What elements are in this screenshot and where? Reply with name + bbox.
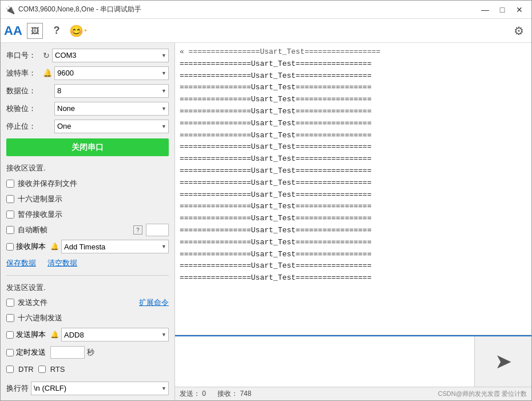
recv-script-arrow-icon[interactable]: 🔔 (50, 243, 59, 251)
parity-row: 校验位： None (6, 101, 169, 116)
data-bits-label: 数据位： (6, 86, 41, 96)
receive-line: ================Usart_Test==============… (180, 249, 527, 261)
font-icon[interactable]: AA (5, 23, 21, 39)
recv-save-file-row: 接收并保存到文件 (6, 177, 169, 190)
data-links-row: 保存数据 清空数据 (6, 258, 169, 268)
data-bits-row: 数据位： 8 (6, 83, 169, 98)
receive-line: ================Usart_Test==============… (180, 201, 527, 213)
recv-script-select[interactable]: Add Timesta (61, 240, 169, 253)
receive-line: ================Usart_Test==============… (180, 272, 527, 284)
recv-script-checkbox[interactable] (6, 243, 14, 251)
recv-save-file-checkbox[interactable] (6, 180, 14, 188)
baud-select[interactable]: 9600 (54, 66, 169, 80)
recv-pause-label: 暂停接收显示 (18, 209, 62, 220)
receive-line: ================Usart_Test==============… (180, 82, 527, 94)
send-area-container: ➤ (175, 335, 531, 387)
parity-select[interactable]: None (54, 102, 169, 116)
main-content: 串口号： ↻ COM3 波特率： 🔔 960 (1, 43, 531, 400)
receive-line: ================Usart_Test==============… (180, 225, 527, 237)
save-data-link[interactable]: 保存数据 (6, 258, 36, 268)
recv-hex-checkbox[interactable] (6, 195, 14, 203)
receive-first-line: « ================Usart_Test============… (180, 46, 527, 58)
watermark: CSDN@师的发光发霞 爱位计数 (438, 390, 527, 398)
minimize-button[interactable]: — (478, 4, 493, 15)
receive-line: ================Usart_Test==============… (180, 58, 527, 70)
recv-pause-row: 暂停接收显示 (6, 208, 169, 221)
timer-send-checkbox[interactable] (6, 349, 14, 356)
receive-line: ================Usart_Test==============… (180, 153, 527, 165)
recv-pause-checkbox[interactable] (6, 211, 14, 219)
send-hex-label: 十六进制发送 (18, 313, 62, 323)
send-textarea[interactable] (175, 336, 474, 387)
receive-line: ================Usart_Test==============… (180, 260, 527, 272)
port-row: 串口号： ↻ COM3 (6, 47, 169, 63)
send-script-arrow-icon[interactable]: 🔔 (50, 331, 59, 339)
dtr-checkbox[interactable] (6, 366, 14, 373)
send-hex-row: 十六进制发送 (6, 312, 169, 325)
recv-script-row: 接收脚本 🔔 Add Timesta (6, 239, 169, 255)
send-script-checkbox[interactable] (6, 331, 14, 339)
receive-line: ================Usart_Test==============… (180, 118, 527, 130)
receive-line: ================Usart_Test==============… (180, 141, 527, 153)
help-icon[interactable]: ? (49, 23, 65, 39)
receive-line: ================Usart_Test==============… (180, 94, 527, 106)
recv-script-label: 接收脚本 (16, 241, 46, 252)
rts-checkbox[interactable] (38, 366, 46, 373)
recv-auto-frame-checkbox[interactable] (6, 226, 14, 234)
dtr-label: DTR (18, 365, 34, 374)
dtr-rts-row: DTR RTS (6, 363, 169, 376)
data-bits-select[interactable]: 8 (54, 84, 169, 98)
stop-bits-select-wrapper: One (54, 120, 169, 133)
newline-select-wrapper: \n (CRLF) (31, 382, 169, 395)
baud-row: 波特率： 🔔 9600 (6, 65, 169, 81)
send-file-row: 发送文件 扩展命令 (6, 296, 169, 309)
send-file-checkbox[interactable] (6, 299, 14, 307)
section-divider (6, 275, 169, 276)
settings-icon[interactable]: ⚙ (511, 23, 527, 39)
title-bar-app-icon: 🔌 (5, 5, 15, 14)
receive-line: ================Usart_Test==============… (180, 237, 527, 249)
recv-count-label: 接收： 748 (217, 389, 251, 399)
auto-frame-help-icon[interactable]: ? (133, 225, 142, 235)
auto-frame-number-input[interactable]: 100 (146, 224, 169, 236)
expand-command-link[interactable]: 扩展命令 (95, 297, 169, 308)
emoji-icon[interactable]: 😊✦ (70, 23, 86, 39)
refresh-icon[interactable]: ↻ (43, 51, 50, 60)
rts-label: RTS (50, 365, 65, 374)
receive-area: « ================Usart_Test============… (175, 43, 531, 335)
newline-select[interactable]: \n (CRLF) (31, 382, 169, 395)
send-hex-checkbox[interactable] (6, 314, 14, 322)
close-port-button[interactable]: 关闭串口 (6, 138, 169, 156)
baud-select-wrapper: 9600 (54, 66, 169, 80)
newline-row: 换行符 \n (CRLF) (6, 380, 169, 396)
timer-value-input[interactable]: 1.0 (50, 346, 85, 359)
send-script-select[interactable]: ADD8 (61, 328, 169, 342)
port-label: 串口号： (6, 50, 41, 61)
send-script-label: 发送脚本 (16, 329, 46, 340)
title-bar-title: COM3,9600,None,8,One - 串口调试助手 (18, 5, 141, 14)
recv-hex-row: 十六进制显示 (6, 192, 169, 205)
receive-line: ================Usart_Test==============… (180, 130, 527, 142)
parity-select-wrapper: None (54, 102, 169, 116)
receive-line: ================Usart_Test==============… (180, 106, 527, 118)
close-button[interactable]: ✕ (512, 4, 527, 15)
toolbar: AA 🖼 ? 😊✦ ⚙ (1, 19, 531, 43)
send-button[interactable]: ➤ (474, 336, 531, 387)
title-bar: 🔌 COM3,9600,None,8,One - 串口调试助手 — □ ✕ (1, 1, 531, 19)
parity-label: 校验位： (6, 104, 41, 114)
receive-line: ================Usart_Test==============… (180, 213, 527, 225)
receive-line: ================Usart_Test==============… (180, 177, 527, 189)
clear-data-link[interactable]: 清空数据 (47, 258, 77, 268)
recv-auto-frame-label: 自动断帧 (18, 225, 130, 235)
title-bar-controls: — □ ✕ (478, 4, 527, 15)
maximize-button[interactable]: □ (495, 4, 510, 15)
recv-auto-frame-row: 自动断帧 ? 100 (6, 223, 169, 236)
receive-line: ================Usart_Test==============… (180, 70, 527, 82)
send-count-label: 发送： 0 (180, 389, 206, 399)
image-icon[interactable]: 🖼 (27, 23, 43, 39)
stop-bits-control: One (43, 120, 169, 133)
recv-script-select-wrapper: Add Timesta (61, 240, 169, 253)
stop-bits-select[interactable]: One (54, 120, 169, 133)
receive-line: ================Usart_Test==============… (180, 189, 527, 201)
port-select[interactable]: COM3 (52, 49, 169, 62)
